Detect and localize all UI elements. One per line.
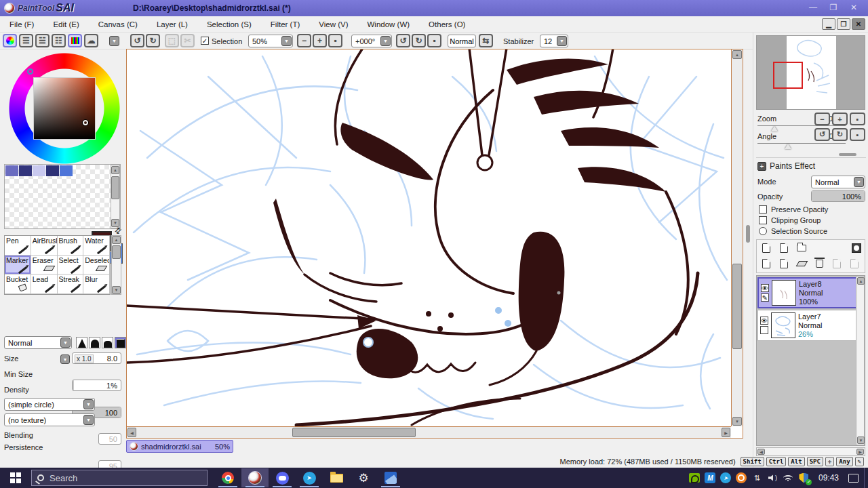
mdi-restore-button[interactable]: ❐ (837, 18, 850, 30)
layers-scroll-left-icon[interactable]: ◀ (757, 449, 765, 455)
layers-scroll-right-icon[interactable]: ▶ (856, 449, 864, 455)
tool-scroll-up-icon[interactable]: ▲ (112, 236, 121, 244)
tool-airbrush[interactable]: AirBrush (31, 236, 58, 256)
telegram-tray-icon[interactable]: ➤ (720, 472, 732, 484)
swatches-toggle[interactable] (68, 34, 82, 47)
swatch-scroll-thumb[interactable] (111, 176, 119, 199)
nav-rotate-ccw-button[interactable]: ↺ (814, 128, 830, 141)
canvas-hscroll-thumb[interactable] (292, 428, 416, 437)
brush-edge-slider[interactable]: 50 (98, 433, 121, 445)
swatch-scrollbar[interactable]: ▲ ▼ (111, 165, 120, 228)
selection-source-row[interactable]: Selection Source (759, 227, 827, 235)
layers-vscrollbar[interactable]: ▲ ▼ (856, 276, 865, 445)
color-mixer-toggle[interactable]: ☷ (52, 34, 66, 47)
nav-rotate-reset-button[interactable]: ▪ (850, 128, 865, 141)
taskbar-telegram[interactable]: ➤ (296, 468, 323, 487)
mdi-minimize-button[interactable]: ▁ (822, 18, 835, 30)
size-dropdown-icon[interactable]: ▼ (60, 354, 70, 364)
tool-lead[interactable]: Lead (31, 274, 58, 294)
color-wheel-toggle[interactable] (3, 34, 17, 47)
zoom-combo[interactable]: 50% ▼ (248, 35, 293, 47)
swatch-2[interactable] (19, 165, 32, 176)
preserve-opacity-row[interactable]: Preserve Opacity (759, 205, 828, 214)
wifi-tray-icon[interactable] (783, 472, 794, 484)
layer8-visibility-icon[interactable]: 👁 (761, 284, 769, 292)
swatch-5[interactable] (60, 165, 73, 176)
canvas-scroll-down-icon[interactable]: ▼ (732, 417, 742, 426)
canvas[interactable] (127, 49, 731, 426)
brush-mode-combo[interactable]: Normal ▼ (4, 336, 72, 349)
start-button[interactable] (0, 468, 31, 487)
brush-texture-dropdown-icon[interactable]: ▼ (83, 415, 94, 425)
tool-brush[interactable]: Brush (58, 236, 84, 256)
menu-window[interactable]: Window (W) (357, 20, 419, 28)
clear-layer-button[interactable] (795, 258, 808, 270)
stabilizer-dropdown-icon[interactable]: ▼ (557, 36, 567, 46)
redo-button[interactable]: ↻ (146, 34, 160, 47)
transfer-down-button[interactable] (760, 258, 773, 270)
scratchpad-toggle[interactable]: ☁ (84, 34, 98, 47)
document-tab[interactable]: shadmidrorztkl.sai 50% (126, 440, 233, 453)
merge-down-button[interactable] (777, 258, 791, 270)
brush-edge-dropdown-icon[interactable]: ▼ (83, 399, 94, 409)
layers-scroll-up-icon[interactable]: ▲ (857, 277, 865, 285)
brush-shape-square-icon[interactable] (115, 337, 126, 348)
taskbar-settings[interactable]: ⚙ (350, 468, 377, 487)
menu-view[interactable]: View (V) (309, 20, 357, 28)
swatch-scroll-up-icon[interactable]: ▲ (111, 166, 119, 174)
rotate-reset-button[interactable]: ▪ (427, 34, 441, 47)
layer-mask-button[interactable] (850, 242, 863, 254)
nav-angle-slider-marker[interactable] (785, 144, 791, 149)
nav-angle-slider[interactable] (757, 143, 846, 144)
brush-edge-combo[interactable]: (simple circle) ▼ (4, 398, 95, 411)
tool-eraser[interactable]: Eraser (31, 256, 58, 275)
tool-grid-scrollbar[interactable]: ▲ ▼ (111, 235, 121, 295)
undo-button[interactable]: ↺ (130, 34, 144, 47)
delete-layer-button[interactable] (812, 258, 826, 270)
volume-tray-icon[interactable]: ) (767, 472, 778, 484)
tool-pen[interactable]: Pen (5, 236, 31, 256)
clipping-group-row[interactable]: Clipping Group (759, 216, 821, 224)
angle-dropdown-icon[interactable]: ▼ (380, 36, 391, 46)
menu-file[interactable]: File (F) (0, 20, 43, 28)
layers-scroll-down-icon[interactable]: ▼ (857, 436, 865, 444)
new-linework-layer-button[interactable] (777, 242, 791, 254)
canvas-vscroll-thumb[interactable] (732, 264, 742, 349)
expand-plus-icon[interactable]: + (757, 162, 766, 171)
min-size-slider[interactable]: 1% (72, 380, 121, 391)
rotate-cw-button[interactable]: ↻ (412, 34, 426, 47)
usb-tray-icon[interactable]: ⇅ (751, 472, 763, 484)
deselect-button[interactable]: ⬚ (165, 34, 179, 47)
layer7-visibility-icon[interactable]: 👁 (760, 317, 768, 325)
swatch-1[interactable] (5, 165, 18, 176)
swatch-4[interactable] (46, 165, 59, 176)
brush-shape-round-icon[interactable] (89, 337, 100, 348)
tool-select[interactable]: Select (58, 256, 84, 275)
size-slider[interactable]: x 1.0 8.0 (72, 352, 121, 364)
nav-zoom-slider-marker[interactable] (771, 126, 778, 131)
taskbar-search[interactable]: Search (31, 470, 208, 486)
navigator[interactable] (756, 35, 865, 110)
clipping-group-checkbox[interactable] (759, 216, 767, 224)
minimize-button[interactable]: — (803, 1, 823, 14)
selection-source-radio[interactable] (759, 227, 767, 235)
rotate-ccw-button[interactable]: ↺ (396, 34, 410, 47)
search-everything-tray-icon[interactable] (736, 472, 747, 484)
layer8-edit-icon[interactable]: ✎ (761, 293, 769, 302)
new-folder-button[interactable] (795, 242, 808, 254)
saturation-value-box[interactable] (33, 77, 96, 140)
paints-effect-header[interactable]: + Paints Effect (757, 161, 815, 171)
swatch-3[interactable] (33, 165, 45, 176)
menu-layer[interactable]: Layer (L) (147, 20, 197, 28)
tool-water[interactable]: Water (83, 236, 110, 256)
hsv-slider-toggle[interactable]: ☱ (35, 34, 50, 47)
panel-splitter-handle[interactable] (746, 225, 750, 243)
new-layer-button[interactable] (760, 242, 773, 254)
canvas-horizontal-scrollbar[interactable]: ◀ ▶ (127, 426, 731, 438)
menu-selection[interactable]: Selection (S) (197, 20, 261, 28)
canvas-scroll-left-icon[interactable]: ◀ (127, 428, 136, 437)
taskbar-chrome[interactable] (214, 468, 241, 487)
preserve-opacity-checkbox[interactable] (759, 205, 767, 214)
brush-mode-dropdown-icon[interactable]: ▼ (60, 338, 71, 348)
malwarebytes-tray-icon[interactable]: M (705, 472, 716, 484)
